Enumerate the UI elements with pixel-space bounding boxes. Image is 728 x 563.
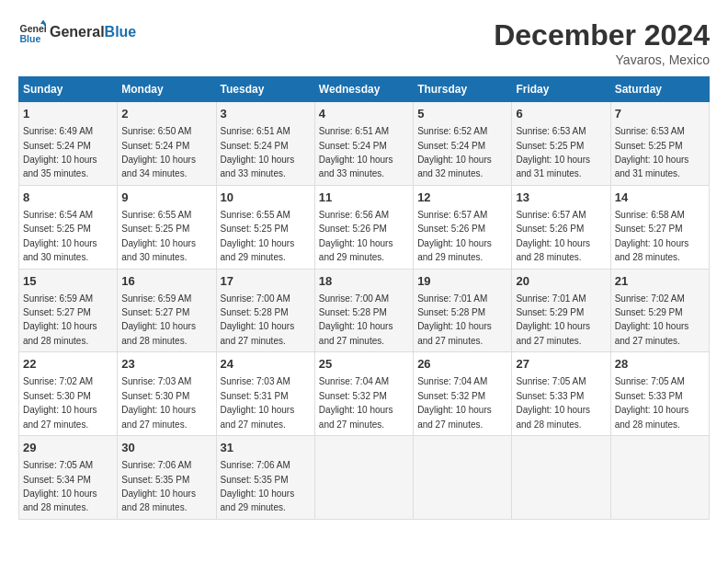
day-number: 15 — [23, 273, 113, 290]
day-info: Sunrise: 7:03 AMSunset: 5:31 PMDaylight:… — [221, 376, 295, 429]
location: Yavaros, Mexico — [494, 52, 710, 67]
day-info: Sunrise: 7:04 AMSunset: 5:32 PMDaylight:… — [319, 376, 393, 429]
day-cell: 8 Sunrise: 6:54 AMSunset: 5:25 PMDayligh… — [19, 185, 118, 269]
day-cell: 21 Sunrise: 7:02 AMSunset: 5:29 PMDaylig… — [610, 269, 709, 352]
day-cell: 16 Sunrise: 6:59 AMSunset: 5:27 PMDaylig… — [118, 269, 216, 352]
day-cell — [314, 436, 413, 520]
day-cell: 12 Sunrise: 6:57 AMSunset: 5:26 PMDaylig… — [414, 185, 512, 269]
day-info: Sunrise: 6:49 AMSunset: 5:24 PMDaylight:… — [23, 126, 97, 178]
day-info: Sunrise: 6:50 AMSunset: 5:24 PMDaylight:… — [121, 126, 196, 178]
month-title: December 2024 — [494, 18, 710, 52]
day-cell: 14 Sunrise: 6:58 AMSunset: 5:27 PMDaylig… — [610, 185, 709, 269]
day-number: 29 — [23, 440, 113, 456]
day-number: 11 — [319, 190, 409, 206]
week-row-2: 8 Sunrise: 6:54 AMSunset: 5:25 PMDayligh… — [19, 185, 710, 269]
day-number: 12 — [417, 190, 507, 206]
week-row-1: 1 Sunrise: 6:49 AMSunset: 5:24 PMDayligh… — [19, 102, 710, 186]
day-cell: 2 Sunrise: 6:50 AMSunset: 5:24 PMDayligh… — [118, 102, 216, 186]
day-number: 18 — [319, 273, 409, 290]
day-info: Sunrise: 6:51 AMSunset: 5:24 PMDaylight:… — [221, 126, 295, 178]
day-info: Sunrise: 6:53 AMSunset: 5:25 PMDaylight:… — [615, 126, 689, 178]
day-info: Sunrise: 7:06 AMSunset: 5:35 PMDaylight:… — [121, 460, 196, 512]
day-cell: 27 Sunrise: 7:05 AMSunset: 5:33 PMDaylig… — [512, 352, 610, 436]
day-cell: 17 Sunrise: 7:00 AMSunset: 5:28 PMDaylig… — [216, 269, 314, 352]
header-sunday: Sunday — [19, 77, 118, 102]
day-info: Sunrise: 7:03 AMSunset: 5:30 PMDaylight:… — [121, 376, 196, 429]
header-saturday: Saturday — [610, 77, 709, 102]
page-header: General Blue GeneralBlue December 2024 Y… — [18, 18, 710, 67]
day-number: 20 — [516, 273, 606, 290]
day-number: 4 — [319, 106, 409, 122]
day-number: 27 — [516, 356, 606, 373]
day-number: 21 — [615, 273, 705, 290]
day-cell: 28 Sunrise: 7:05 AMSunset: 5:33 PMDaylig… — [610, 352, 709, 436]
day-number: 19 — [417, 273, 507, 290]
day-cell: 30 Sunrise: 7:06 AMSunset: 5:35 PMDaylig… — [118, 436, 216, 520]
header-wednesday: Wednesday — [314, 77, 413, 102]
day-info: Sunrise: 7:05 AMSunset: 5:34 PMDaylight:… — [23, 460, 97, 512]
day-number: 26 — [417, 356, 507, 373]
day-number: 25 — [319, 356, 409, 373]
day-info: Sunrise: 7:02 AMSunset: 5:29 PMDaylight:… — [615, 293, 689, 346]
day-cell — [610, 436, 709, 520]
day-info: Sunrise: 6:56 AMSunset: 5:26 PMDaylight:… — [319, 210, 393, 262]
day-number: 24 — [221, 356, 311, 373]
title-block: December 2024 Yavaros, Mexico — [494, 18, 710, 67]
day-cell: 10 Sunrise: 6:55 AMSunset: 5:25 PMDaylig… — [216, 185, 314, 269]
day-number: 9 — [121, 190, 211, 206]
day-number: 22 — [23, 356, 113, 373]
day-cell: 6 Sunrise: 6:53 AMSunset: 5:25 PMDayligh… — [512, 102, 610, 186]
day-number: 7 — [615, 106, 705, 122]
day-cell: 13 Sunrise: 6:57 AMSunset: 5:26 PMDaylig… — [512, 185, 610, 269]
day-number: 31 — [221, 440, 311, 456]
day-cell: 11 Sunrise: 6:56 AMSunset: 5:26 PMDaylig… — [314, 185, 413, 269]
header-tuesday: Tuesday — [216, 77, 314, 102]
day-number: 10 — [221, 190, 311, 206]
day-cell: 24 Sunrise: 7:03 AMSunset: 5:31 PMDaylig… — [216, 352, 314, 436]
week-row-5: 29 Sunrise: 7:05 AMSunset: 5:34 PMDaylig… — [19, 436, 710, 520]
day-number: 30 — [121, 440, 211, 456]
day-number: 3 — [221, 106, 311, 122]
day-cell — [414, 436, 512, 520]
day-cell: 18 Sunrise: 7:00 AMSunset: 5:28 PMDaylig… — [314, 269, 413, 352]
day-info: Sunrise: 6:59 AMSunset: 5:27 PMDaylight:… — [121, 293, 196, 346]
header-monday: Monday — [118, 77, 216, 102]
day-info: Sunrise: 6:54 AMSunset: 5:25 PMDaylight:… — [23, 210, 97, 262]
day-number: 16 — [121, 273, 211, 290]
day-info: Sunrise: 7:05 AMSunset: 5:33 PMDaylight:… — [516, 376, 590, 429]
day-cell: 7 Sunrise: 6:53 AMSunset: 5:25 PMDayligh… — [610, 102, 709, 186]
week-row-4: 22 Sunrise: 7:02 AMSunset: 5:30 PMDaylig… — [19, 352, 710, 436]
day-number: 5 — [417, 106, 507, 122]
day-info: Sunrise: 7:05 AMSunset: 5:33 PMDaylight:… — [615, 376, 689, 429]
day-info: Sunrise: 6:59 AMSunset: 5:27 PMDaylight:… — [23, 293, 97, 346]
day-cell: 22 Sunrise: 7:02 AMSunset: 5:30 PMDaylig… — [19, 352, 118, 436]
day-info: Sunrise: 7:00 AMSunset: 5:28 PMDaylight:… — [221, 293, 295, 346]
day-cell: 20 Sunrise: 7:01 AMSunset: 5:29 PMDaylig… — [512, 269, 610, 352]
day-number: 23 — [121, 356, 211, 373]
day-cell: 29 Sunrise: 7:05 AMSunset: 5:34 PMDaylig… — [19, 436, 118, 520]
day-cell: 31 Sunrise: 7:06 AMSunset: 5:35 PMDaylig… — [216, 436, 314, 520]
header-friday: Friday — [512, 77, 610, 102]
day-info: Sunrise: 6:57 AMSunset: 5:26 PMDaylight:… — [516, 210, 590, 262]
day-cell: 15 Sunrise: 6:59 AMSunset: 5:27 PMDaylig… — [19, 269, 118, 352]
day-cell: 25 Sunrise: 7:04 AMSunset: 5:32 PMDaylig… — [314, 352, 413, 436]
day-cell: 1 Sunrise: 6:49 AMSunset: 5:24 PMDayligh… — [19, 102, 118, 186]
day-info: Sunrise: 6:51 AMSunset: 5:24 PMDaylight:… — [319, 126, 393, 178]
day-info: Sunrise: 6:57 AMSunset: 5:26 PMDaylight:… — [417, 210, 492, 262]
svg-text:Blue: Blue — [20, 33, 41, 44]
svg-marker-2 — [40, 20, 46, 25]
day-cell: 19 Sunrise: 7:01 AMSunset: 5:28 PMDaylig… — [414, 269, 512, 352]
day-number: 8 — [23, 190, 113, 206]
day-number: 14 — [615, 190, 705, 206]
day-cell: 23 Sunrise: 7:03 AMSunset: 5:30 PMDaylig… — [118, 352, 216, 436]
day-info: Sunrise: 7:01 AMSunset: 5:28 PMDaylight:… — [417, 293, 492, 346]
calendar-header-row: SundayMondayTuesdayWednesdayThursdayFrid… — [19, 77, 710, 102]
day-cell: 5 Sunrise: 6:52 AMSunset: 5:24 PMDayligh… — [414, 102, 512, 186]
day-number: 6 — [516, 106, 606, 122]
day-info: Sunrise: 6:52 AMSunset: 5:24 PMDaylight:… — [417, 126, 492, 178]
day-cell: 26 Sunrise: 7:04 AMSunset: 5:32 PMDaylig… — [414, 352, 512, 436]
day-info: Sunrise: 7:00 AMSunset: 5:28 PMDaylight:… — [319, 293, 393, 346]
logo-icon: General Blue — [18, 18, 46, 46]
day-info: Sunrise: 6:58 AMSunset: 5:27 PMDaylight:… — [615, 210, 689, 262]
day-info: Sunrise: 7:02 AMSunset: 5:30 PMDaylight:… — [23, 376, 97, 429]
